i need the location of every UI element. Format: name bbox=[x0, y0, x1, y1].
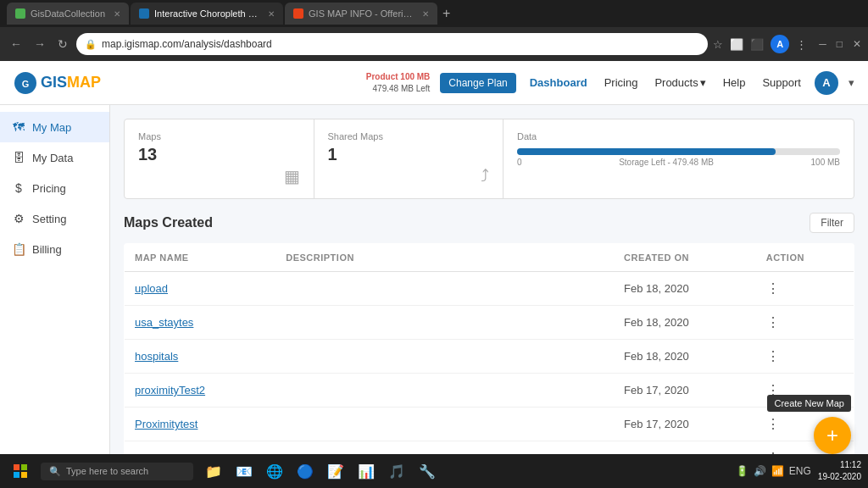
sidebar-label-billing: Billing bbox=[32, 243, 62, 256]
col-created-on: CREATED ON bbox=[614, 244, 756, 272]
section-title: Maps Created bbox=[124, 215, 213, 230]
sidebar-label-pricing: Pricing bbox=[32, 182, 66, 195]
minimize-button[interactable]: ─ bbox=[819, 38, 826, 50]
action-menu-button[interactable]: ⋮ bbox=[766, 281, 782, 296]
start-button[interactable] bbox=[7, 458, 34, 485]
extension-icon-2[interactable]: ⬛ bbox=[750, 38, 764, 51]
maps-stat-card: Maps 13 ▦ bbox=[125, 119, 314, 198]
taskbar-icon-6[interactable]: 📊 bbox=[353, 458, 380, 485]
maps-stat-label: Maps bbox=[138, 131, 300, 141]
tab-close-1[interactable]: ✕ bbox=[114, 9, 120, 19]
map-link[interactable]: usa_staytes bbox=[135, 316, 193, 329]
sidebar-item-pricing[interactable]: $ Pricing bbox=[0, 173, 109, 203]
map-link[interactable]: upload bbox=[135, 282, 168, 295]
chevron-down-icon: ▾ bbox=[700, 76, 706, 89]
taskbar-icon-1[interactable]: 📁 bbox=[200, 458, 227, 485]
table-row: hospitals Feb 18, 2020 ⋮ bbox=[125, 340, 854, 374]
maximize-button[interactable]: □ bbox=[837, 38, 843, 50]
search-placeholder: Type here to search bbox=[66, 466, 148, 476]
table-row: Proximitytest Feb 17, 2020 ⋮ bbox=[125, 408, 854, 441]
taskbar-icon-8[interactable]: 🔧 bbox=[414, 458, 441, 485]
nav-help[interactable]: Help bbox=[720, 76, 749, 89]
plan-sub: 479.48 MB Left bbox=[366, 83, 431, 95]
sidebar-item-my-map[interactable]: 🗺 My Map bbox=[0, 112, 109, 142]
stats-row: Maps 13 ▦ Shared Maps 1 ⤴ Data bbox=[124, 119, 854, 199]
browser-tab-2[interactable]: Interactive Choropleth Map - Le... ✕ bbox=[131, 3, 283, 25]
star-icon[interactable]: ☆ bbox=[713, 38, 723, 51]
taskbar-icon-7[interactable]: 🎵 bbox=[383, 458, 410, 485]
browser-tab-1[interactable]: GisDataCollection ✕ bbox=[7, 3, 129, 25]
app-body: 🗺 My Map 🗄 My Data $ Pricing ⚙ Setting 📋… bbox=[0, 105, 868, 488]
new-tab-button[interactable]: + bbox=[442, 6, 450, 21]
col-action: ACTION bbox=[756, 244, 854, 272]
created-date-cell: Feb 17, 2020 bbox=[614, 374, 756, 408]
tab-close-2[interactable]: ✕ bbox=[268, 9, 275, 19]
taskbar-icon-2[interactable]: 📧 bbox=[231, 458, 258, 485]
user-menu-chevron[interactable]: ▾ bbox=[849, 76, 854, 89]
browser-tab-3[interactable]: GIS MAP INFO - Offering GIS re... ✕ bbox=[285, 3, 437, 25]
extension-icon[interactable]: ⬜ bbox=[730, 38, 743, 51]
table-row: proximityTest2 Feb 17, 2020 ⋮ bbox=[125, 374, 854, 408]
browser-profile-avatar[interactable]: A bbox=[771, 35, 789, 53]
action-menu-button[interactable]: ⋮ bbox=[766, 315, 782, 330]
shared-maps-label: Shared Maps bbox=[328, 131, 490, 141]
svg-rect-4 bbox=[14, 472, 19, 478]
create-new-map-button[interactable]: + bbox=[814, 417, 851, 454]
clock-date: 19-02-2020 bbox=[818, 471, 861, 483]
sidebar-item-setting[interactable]: ⚙ Setting bbox=[0, 203, 109, 234]
taskbar: 🔍 Type here to search 📁 📧 🌐 🔵 📝 📊 🎵 🔧 🔋 … bbox=[0, 454, 868, 488]
storage-bar-fill bbox=[517, 148, 776, 155]
taskbar-search[interactable]: 🔍 Type here to search bbox=[41, 463, 193, 480]
taskbar-icon-5[interactable]: 📝 bbox=[322, 458, 349, 485]
section-header: Maps Created Filter bbox=[124, 213, 854, 233]
map-icon: 🗺 bbox=[12, 120, 25, 134]
nav-products[interactable]: Products ▾ bbox=[651, 76, 709, 89]
created-date-cell: Feb 17, 2020 bbox=[614, 408, 756, 441]
header-right: Product 100 MB 479.48 MB Left Change Pla… bbox=[366, 71, 854, 95]
map-link[interactable]: Proximitytest bbox=[135, 418, 198, 430]
nav-dashboard[interactable]: Dashboard bbox=[526, 76, 591, 89]
taskbar-icon-4[interactable]: 🔵 bbox=[292, 458, 319, 485]
logo-gis: GIS bbox=[41, 74, 67, 91]
map-link[interactable]: proximityTest2 bbox=[135, 384, 205, 396]
app: G GISMAP Product 100 MB 479.48 MB Left C… bbox=[0, 61, 868, 488]
browser-chrome: GisDataCollection ✕ Interactive Chorople… bbox=[0, 0, 868, 61]
address-bar[interactable]: 🔒 map.igismap.com/analysis/dashboard bbox=[76, 33, 708, 55]
forward-button[interactable]: → bbox=[31, 36, 49, 53]
sidebar-item-billing[interactable]: 📋 Billing bbox=[0, 234, 109, 264]
nav-support[interactable]: Support bbox=[759, 76, 804, 89]
created-date-cell: Feb 18, 2020 bbox=[614, 306, 756, 340]
map-link[interactable]: hospitals bbox=[135, 350, 178, 363]
tab-label-3: GIS MAP INFO - Offering GIS re... bbox=[309, 8, 414, 19]
back-button[interactable]: ← bbox=[7, 36, 25, 53]
storage-max: 100 MB bbox=[811, 158, 840, 167]
refresh-button[interactable]: ↻ bbox=[54, 36, 71, 53]
nav-pricing[interactable]: Pricing bbox=[601, 76, 642, 89]
sidebar-label-my-data: My Data bbox=[32, 152, 73, 164]
lock-icon: 🔒 bbox=[85, 39, 97, 50]
data-icon: 🗄 bbox=[12, 151, 25, 164]
action-menu-button[interactable]: ⋮ bbox=[766, 349, 782, 363]
maps-stat-icon: ▦ bbox=[284, 166, 300, 186]
app-header: G GISMAP Product 100 MB 479.48 MB Left C… bbox=[0, 61, 868, 105]
filter-button[interactable]: Filter bbox=[810, 213, 854, 233]
description-cell bbox=[275, 272, 614, 306]
gear-icon: ⚙ bbox=[12, 212, 25, 225]
storage-min: 0 bbox=[517, 158, 522, 167]
logo-map: MAP bbox=[67, 74, 101, 91]
maps-table: MAP NAME DESCRIPTION CREATED ON ACTION u… bbox=[124, 243, 854, 488]
map-name-cell: upload bbox=[125, 272, 276, 306]
created-date-cell: Feb 18, 2020 bbox=[614, 340, 756, 374]
lang-indicator: ENG bbox=[789, 465, 811, 477]
taskbar-icon-3[interactable]: 🌐 bbox=[261, 458, 288, 485]
tab-close-3[interactable]: ✕ bbox=[422, 9, 429, 19]
storage-labels: 0 Storage Left - 479.48 MB 100 MB bbox=[517, 158, 840, 167]
user-avatar[interactable]: A bbox=[815, 71, 838, 95]
close-button[interactable]: ✕ bbox=[853, 38, 861, 50]
created-date-cell: Feb 18, 2020 bbox=[614, 272, 756, 306]
sidebar-item-my-data[interactable]: 🗄 My Data bbox=[0, 142, 109, 173]
menu-icon[interactable]: ⋮ bbox=[796, 38, 807, 51]
change-plan-button[interactable]: Change Plan bbox=[440, 73, 515, 93]
plan-info: Product 100 MB 479.48 MB Left bbox=[366, 71, 431, 95]
shared-maps-value: 1 bbox=[328, 145, 490, 164]
